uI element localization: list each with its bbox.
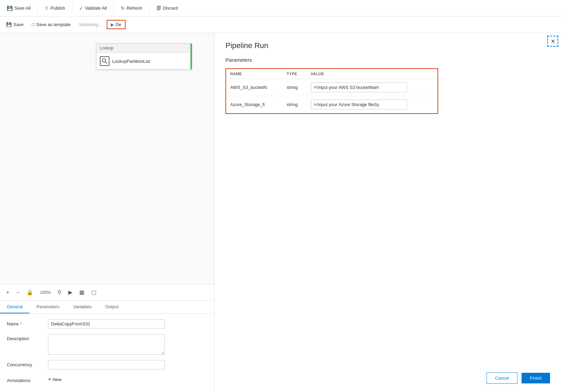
param-value-input-1[interactable]: [311, 82, 407, 92]
node-body: LookupPartitionList: [96, 53, 192, 69]
new-annotation-button[interactable]: + New: [48, 375, 61, 384]
divider-3: [114, 4, 114, 12]
zoom-fit-button[interactable]: ⚲: [55, 288, 63, 297]
table-row: AWS_S3_bucketN string: [226, 79, 437, 96]
parameters-subtitle: Parameters: [225, 57, 550, 63]
col-type-header: TYPE: [283, 69, 307, 79]
add-tool-button[interactable]: +: [4, 288, 11, 297]
divider-1: [37, 4, 38, 12]
param-name-2: Azure_Storage_fi: [226, 96, 283, 113]
publish-icon: ⇧: [45, 5, 49, 11]
node-green-bar: [190, 44, 192, 69]
tab-general[interactable]: General: [0, 301, 30, 313]
discard-button[interactable]: 🗐 Discard: [152, 4, 182, 12]
validate-all-button[interactable]: ✓ Validate All: [75, 4, 111, 12]
tab-parameters[interactable]: Parameters: [30, 301, 66, 313]
debug-button[interactable]: ▶ De: [107, 20, 126, 29]
param-value-cell-2: [307, 96, 437, 113]
refresh-button[interactable]: ↻ Refresh: [117, 4, 147, 12]
canvas-bottom-toolbar: + − 🔒 100% ⚲ ▶ ▦ ▢: [0, 284, 214, 300]
name-label: Name: [7, 319, 48, 326]
discard-icon: 🗐: [156, 5, 161, 11]
annotations-row: Annotations + New: [7, 375, 207, 384]
save-all-button[interactable]: 💾 Save All: [3, 4, 35, 12]
copy-tool-button[interactable]: ▢: [89, 288, 98, 297]
concurrency-row: Concurrency: [7, 360, 207, 369]
refresh-icon: ↻: [121, 5, 125, 11]
pipeline-run-title: Pipeline Run: [225, 41, 550, 50]
save-icon: 💾: [6, 22, 12, 27]
remove-tool-button[interactable]: −: [14, 288, 21, 297]
play-icon: ▶: [111, 22, 114, 27]
layout-button[interactable]: ▦: [77, 288, 86, 297]
save-as-template-button[interactable]: □ Save as template: [28, 21, 74, 28]
description-textarea[interactable]: [48, 334, 165, 355]
node-label: LookupPartitionList: [112, 59, 150, 64]
top-toolbar: 💾 Save All ⇧ Publish ✓ Validate All ↻ Re…: [0, 0, 561, 16]
finish-button[interactable]: Finish: [522, 373, 550, 383]
table-row: Azure_Storage_fi string: [226, 96, 437, 113]
dialog-footer: Cancel Finish: [487, 372, 550, 384]
param-type-2: string: [283, 96, 307, 113]
parameters-table: NAME TYPE VALUE AWS_S3_bucketN string: [226, 69, 437, 113]
name-row: Name: [7, 319, 207, 328]
percent-tool-button[interactable]: 100%: [38, 289, 53, 296]
save-all-icon: 💾: [7, 5, 13, 11]
param-type-1: string: [283, 79, 307, 96]
lock-tool-button[interactable]: 🔒: [24, 288, 35, 297]
svg-point-0: [102, 59, 106, 62]
node-header: Lookup: [96, 44, 192, 53]
param-name-1: AWS_S3_bucketN: [226, 79, 283, 96]
tab-output[interactable]: Output: [98, 301, 126, 313]
x-icon: ✕: [551, 38, 555, 45]
concurrency-input[interactable]: [48, 360, 165, 369]
checkmark-icon: ✓: [79, 5, 83, 11]
divider-4: [149, 4, 150, 12]
cancel-button[interactable]: Cancel: [487, 372, 517, 384]
second-toolbar: 💾 Save □ Save as template Validating... …: [0, 16, 561, 33]
left-panel: Lookup LookupPartitionList + − 🔒 100%: [0, 33, 214, 392]
template-icon: □: [32, 22, 35, 27]
lookup-icon: [100, 56, 109, 66]
svg-line-1: [105, 62, 107, 64]
col-value-header: VALUE: [307, 69, 437, 79]
properties-panel: General Parameters Variables Output Name…: [0, 300, 214, 392]
divider-2: [72, 4, 72, 12]
properties-content: Name Description Concurrency Annotations: [0, 314, 214, 392]
description-row: Description: [7, 334, 207, 355]
pipeline-run-panel: ✕ Pipeline Run Parameters NAME TYPE VALU…: [214, 33, 561, 392]
validating-status: Validating...: [75, 22, 105, 27]
param-value-input-2[interactable]: [311, 100, 407, 109]
tab-variables[interactable]: Variables: [66, 301, 98, 313]
concurrency-label: Concurrency: [7, 360, 48, 367]
save-button[interactable]: 💾 Save: [3, 21, 27, 28]
name-input[interactable]: [48, 319, 165, 328]
publish-button[interactable]: ⇧ Publish: [40, 4, 69, 12]
close-button[interactable]: ✕: [547, 36, 558, 47]
col-name-header: NAME: [226, 69, 283, 79]
param-value-cell-1: [307, 79, 437, 96]
select-tool-button[interactable]: ▶: [66, 288, 74, 297]
properties-tabs: General Parameters Variables Output: [0, 301, 214, 314]
main-layout: Lookup LookupPartitionList + − 🔒 100%: [0, 33, 561, 392]
plus-icon: +: [48, 376, 51, 382]
lookup-node[interactable]: Lookup LookupPartitionList: [96, 43, 192, 70]
annotations-label: Annotations: [7, 376, 48, 383]
canvas-area: Lookup LookupPartitionList: [0, 33, 214, 284]
description-label: Description: [7, 334, 48, 341]
parameters-table-wrapper: NAME TYPE VALUE AWS_S3_bucketN string: [225, 68, 438, 114]
